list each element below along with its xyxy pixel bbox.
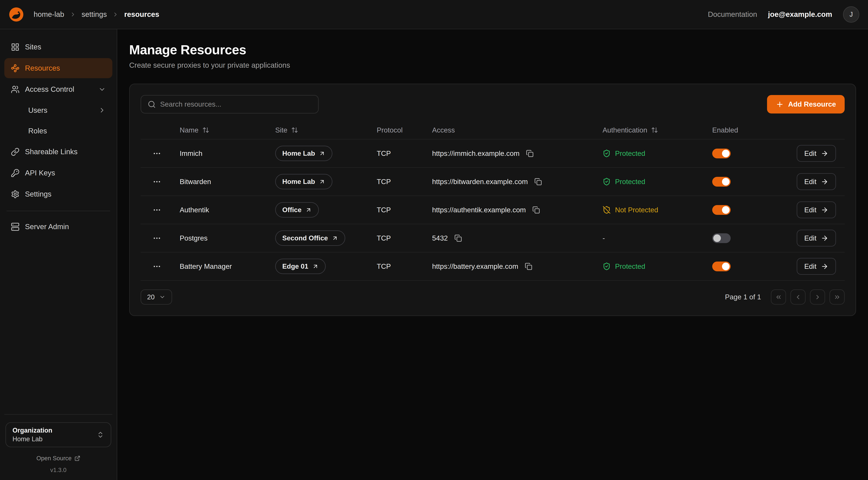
ellipsis-icon: [153, 206, 161, 214]
prev-page-button[interactable]: [790, 290, 806, 305]
copy-access-button[interactable]: [531, 205, 541, 215]
site-link-label: Home Lab: [282, 178, 315, 185]
cell-menu: [141, 232, 171, 245]
column-header-name[interactable]: Name: [171, 126, 267, 134]
enabled-toggle[interactable]: [712, 205, 731, 215]
sort-icon: [651, 126, 658, 133]
sidebar-item-label: Users: [28, 106, 48, 115]
auth-label: Protected: [615, 263, 645, 270]
cell-edit: Edit: [769, 202, 845, 218]
auth-label: Not Protected: [615, 206, 658, 214]
search-input[interactable]: [160, 100, 312, 108]
sidebar-item-users[interactable]: Users: [4, 100, 112, 120]
sidebar-item-shareable-links[interactable]: Shareable Links: [4, 142, 112, 162]
site-link[interactable]: Edge 01: [275, 259, 326, 274]
shield-check-icon: [602, 262, 611, 270]
chevrons-left-icon: [775, 294, 782, 301]
edit-button-label: Edit: [804, 234, 816, 242]
copy-access-button[interactable]: [524, 262, 533, 271]
avatar[interactable]: J: [843, 6, 859, 23]
next-page-button[interactable]: [810, 290, 825, 305]
enabled-toggle[interactable]: [712, 262, 731, 271]
sidebar-item-label: Server Admin: [25, 222, 69, 231]
site-link[interactable]: Home Lab: [275, 146, 332, 161]
shield-check-icon: [602, 178, 611, 186]
card-toolbar: Add Resource: [141, 95, 845, 114]
row-menu-button[interactable]: [150, 175, 163, 188]
key-icon: [11, 169, 20, 177]
access-value: 5432: [432, 234, 448, 242]
waypoints-icon: [11, 64, 20, 72]
cell-enabled: [704, 205, 769, 215]
row-menu-button[interactable]: [150, 232, 163, 245]
documentation-link[interactable]: Documentation: [708, 10, 757, 19]
edit-button[interactable]: Edit: [797, 145, 836, 162]
protocol-value: TCP: [377, 206, 391, 214]
sidebar-item-sites[interactable]: Sites: [4, 37, 112, 57]
page-size-select[interactable]: 20: [141, 290, 172, 305]
sidebar-item-resources[interactable]: Resources: [4, 58, 112, 78]
main-content: Manage Resources Create secure proxies t…: [117, 29, 868, 480]
row-menu-button[interactable]: [150, 204, 163, 216]
chevron-down-icon: [98, 86, 106, 93]
site-link[interactable]: Home Lab: [275, 174, 332, 189]
sidebar-item-server-admin[interactable]: Server Admin: [4, 217, 112, 237]
copy-access-button[interactable]: [453, 233, 463, 243]
row-menu-button[interactable]: [150, 260, 163, 273]
organization-value: Home Lab: [12, 435, 52, 443]
edit-button[interactable]: Edit: [797, 202, 836, 218]
first-page-button[interactable]: [771, 290, 786, 305]
protocol-value: TCP: [377, 178, 391, 186]
column-header-label: Name: [180, 126, 198, 134]
site-link[interactable]: Office: [275, 202, 319, 217]
add-resource-button[interactable]: Add Resource: [767, 95, 845, 114]
edit-button[interactable]: Edit: [797, 258, 836, 275]
cell-authentication: Protected: [594, 149, 704, 157]
copy-access-button[interactable]: [525, 149, 535, 158]
ellipsis-icon: [153, 149, 161, 158]
sidebar-item-roles[interactable]: Roles: [4, 121, 112, 141]
sidebar-item-access-control[interactable]: Access Control: [4, 79, 112, 99]
chevron-right-icon: [98, 107, 106, 114]
table-row: Immich Home Lab TCP https://immich.examp…: [141, 140, 845, 168]
sidebar-item-settings[interactable]: Settings: [4, 184, 112, 204]
last-page-button[interactable]: [830, 290, 845, 305]
organization-selector[interactable]: Organization Home Lab: [5, 422, 111, 447]
table-row: Authentik Office TCP https://authentik.e…: [141, 196, 845, 224]
sidebar-divider: [6, 211, 110, 211]
sidebar-item-api-keys[interactable]: API Keys: [4, 163, 112, 183]
edit-button-label: Edit: [804, 263, 816, 270]
ellipsis-icon: [153, 234, 161, 243]
card-footer: 20 Page 1 of 1: [141, 290, 845, 305]
user-email[interactable]: joe@example.com: [768, 10, 832, 19]
column-header-access: Access: [424, 126, 594, 134]
page-subtitle: Create secure proxies to your private ap…: [129, 61, 856, 69]
cell-menu: [141, 175, 171, 188]
enabled-toggle[interactable]: [712, 177, 731, 187]
edit-button[interactable]: Edit: [797, 173, 836, 190]
open-source-link[interactable]: Open Source: [5, 455, 111, 462]
column-header-label: Access: [432, 126, 455, 134]
edit-button[interactable]: Edit: [797, 230, 836, 246]
enabled-toggle[interactable]: [712, 233, 731, 243]
row-menu-button[interactable]: [150, 147, 163, 160]
site-link[interactable]: Second Office: [275, 231, 345, 246]
cell-authentication: -: [594, 234, 704, 242]
copy-access-button[interactable]: [533, 177, 543, 187]
edit-button-label: Edit: [804, 150, 816, 157]
auth-status: Protected: [602, 262, 645, 270]
cell-protocol: TCP: [368, 234, 424, 242]
site-link-label: Edge 01: [282, 263, 308, 270]
cell-access: https://bitwarden.example.com: [424, 177, 594, 187]
app-logo-icon[interactable]: [9, 7, 24, 22]
breadcrumb-settings[interactable]: settings: [82, 10, 107, 19]
breadcrumb-org[interactable]: home-lab: [34, 10, 64, 19]
chevron-left-icon: [795, 294, 802, 301]
cell-protocol: TCP: [368, 206, 424, 214]
column-header-authentication[interactable]: Authentication: [594, 126, 704, 134]
cell-protocol: TCP: [368, 263, 424, 270]
grid-icon: [11, 43, 20, 51]
enabled-toggle[interactable]: [712, 149, 731, 158]
column-header-site[interactable]: Site: [267, 126, 368, 134]
cell-protocol: TCP: [368, 150, 424, 157]
